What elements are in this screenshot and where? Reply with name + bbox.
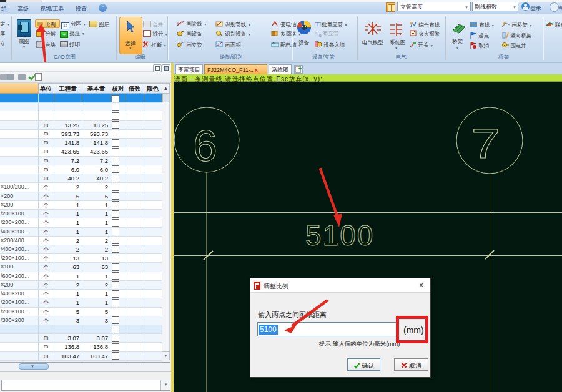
svg-text:7: 7 <box>471 121 501 167</box>
svg-text:AL: AL <box>272 41 276 44</box>
svg-text:6: 6 <box>193 122 217 170</box>
